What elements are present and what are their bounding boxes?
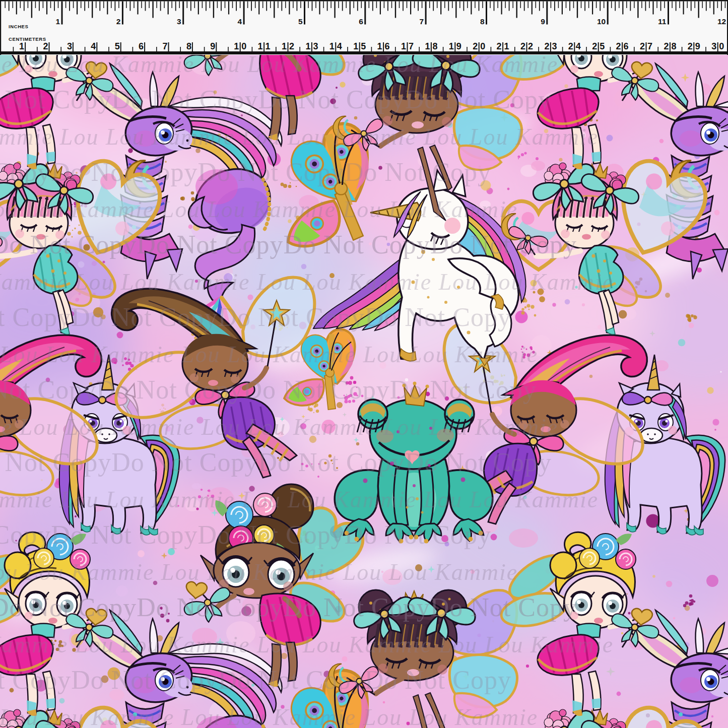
svg-text:1: 1 [377,41,382,51]
svg-text:2: 2 [116,17,121,26]
svg-text:CENTIMETERS: CENTIMETERS [9,36,46,42]
svg-text:Kammie Lou Lou Kammie Lou Lou: Kammie Lou Lou Kammie Lou Lou Kammie Lou… [0,124,599,150]
svg-text:8: 8 [671,41,676,51]
svg-text:5: 5 [600,41,605,51]
svg-text:1: 1 [401,41,406,51]
svg-text:Do Not CopyDo Not CopyDo Not C: Do Not CopyDo Not CopyDo Not CopyDo Not … [0,85,552,114]
svg-text:4: 4 [91,41,96,51]
svg-text:Kammie Lou Lou Kammie Lou Lou: Kammie Lou Lou Kammie Lou Lou Kammie Lou… [0,487,599,512]
svg-text:Kammie Lou Lou Kammie Lou Lou: Kammie Lou Lou Kammie Lou Lou Kammie Lou… [0,414,558,440]
svg-text:Do Not CopyDo Not CopyDo Not C: Do Not CopyDo Not CopyDo Not CopyDo Not … [0,520,491,549]
svg-text:1: 1 [425,41,430,51]
svg-text:8: 8 [186,41,191,51]
svg-text:9: 9 [541,17,545,26]
svg-text:2: 2 [592,41,597,51]
svg-text:INCHES: INCHES [9,24,29,29]
svg-text:1: 1 [282,41,287,51]
svg-text:7: 7 [409,41,414,51]
svg-text:1: 1 [19,41,24,51]
svg-text:2: 2 [616,41,621,51]
svg-text:Kammie Lou Lou Kammie Lou Lou: Kammie Lou Lou Kammie Lou Lou Kammie Lou… [0,269,614,295]
svg-text:1: 1 [234,41,239,51]
svg-text:3: 3 [313,41,318,51]
svg-text:5: 5 [298,17,303,26]
svg-text:12: 12 [717,17,726,26]
svg-text:1: 1 [329,41,335,51]
svg-text:6: 6 [359,17,363,26]
svg-text:6: 6 [139,41,144,51]
svg-text:1: 1 [353,41,358,51]
svg-text:0: 0 [241,41,246,51]
svg-text:3: 3 [711,41,716,51]
svg-text:1: 1 [449,41,454,51]
svg-text:4: 4 [576,41,581,51]
svg-text:Do Not CopyDo Not CopyDo Not C: Do Not CopyDo Not CopyDo Not CopyDo Not … [0,666,511,694]
svg-text:1: 1 [266,41,271,51]
svg-text:Kammie Lou Lou Kammie Lou Lou: Kammie Lou Lou Kammie Lou Lou Kammie Lou… [0,196,518,222]
svg-text:4: 4 [337,41,342,51]
svg-text:8: 8 [480,17,485,26]
svg-text:Do Not CopyDo Not CopyDo Not C: Do Not CopyDo Not CopyDo Not CopyDo Not … [0,303,511,332]
svg-text:5: 5 [115,41,120,51]
svg-text:Do Not CopyDo Not CopyDo Not C: Do Not CopyDo Not CopyDo Not CopyDo Not … [0,230,577,259]
svg-text:7: 7 [647,41,652,51]
svg-text:2: 2 [688,41,693,51]
svg-text:2: 2 [497,41,502,51]
svg-text:10: 10 [597,17,606,26]
svg-text:7: 7 [419,17,424,26]
svg-text:Kammie Lou Lou Kammie Lou Lou: Kammie Lou Lou Kammie Lou Lou Kammie Lou… [0,632,614,657]
svg-text:Do Not CopyDo Not CopyDo Not C: Do Not CopyDo Not CopyDo Not CopyDo Not … [0,158,491,186]
svg-text:3: 3 [552,41,557,51]
svg-text:6: 6 [624,41,629,51]
svg-text:7: 7 [162,41,167,51]
svg-text:0: 0 [480,41,485,51]
svg-text:9: 9 [456,41,461,51]
svg-text:6: 6 [385,41,390,51]
svg-text:1: 1 [504,41,509,51]
svg-text:8: 8 [432,41,437,51]
svg-text:1: 1 [55,17,60,26]
svg-text:2: 2 [289,41,294,51]
svg-text:Kammie Lou Lou Kammie Lou Lou: Kammie Lou Lou Kammie Lou Lou Kammie Lou… [0,342,538,367]
svg-text:9: 9 [210,41,215,51]
svg-text:Kammie Lou Lou Kammie Lou Lou: Kammie Lou Lou Kammie Lou Lou Kammie Lou… [0,704,538,728]
svg-text:3: 3 [67,41,72,51]
svg-text:2: 2 [528,41,533,51]
svg-text:2: 2 [544,41,549,51]
svg-text:9: 9 [695,41,700,51]
svg-text:Do Not CopyDo Not CopyDo Not C: Do Not CopyDo Not CopyDo Not CopyDo Not … [0,375,537,404]
svg-text:2: 2 [640,41,645,51]
svg-text:2: 2 [43,41,48,51]
svg-text:2: 2 [664,41,669,51]
svg-text:1: 1 [258,41,263,51]
svg-text:1: 1 [305,41,310,51]
svg-text:Kammie Lou Lou Kammie Lou Lou: Kammie Lou Lou Kammie Lou Lou Kammie Lou… [0,559,518,585]
svg-text:2: 2 [568,41,573,51]
svg-text:3: 3 [177,17,181,26]
svg-text:Do Not CopyDo Not CopyDo Not C: Do Not CopyDo Not CopyDo Not CopyDo Not … [0,448,552,477]
svg-text:Kammie Lou Lou Kammie Lou Lou: Kammie Lou Lou Kammie Lou Lou Kammie Lou… [0,51,558,77]
svg-text:5: 5 [361,41,366,51]
svg-text:0: 0 [719,41,724,51]
svg-text:11: 11 [658,17,667,26]
svg-text:2: 2 [520,41,525,51]
svg-text:4: 4 [237,17,242,26]
svg-text:Do Not CopyDo Not CopyDo Not C: Do Not CopyDo Not CopyDo Not CopyDo Not … [0,593,577,622]
svg-text:2: 2 [473,41,478,51]
